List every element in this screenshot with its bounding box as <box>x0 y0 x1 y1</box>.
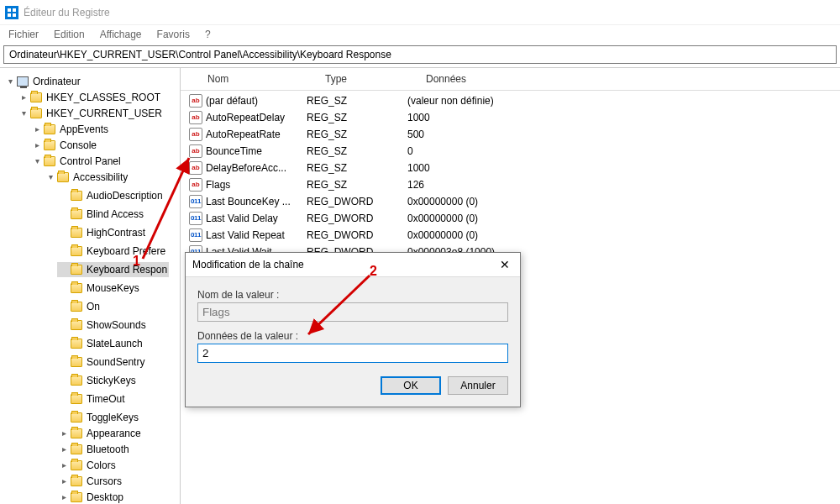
menu-favorites[interactable]: Favoris <box>157 29 190 40</box>
folder-icon <box>71 320 82 330</box>
tree-label: Appearance <box>87 426 141 441</box>
list-row[interactable]: AutoRepeatRateREG_SZ500 <box>181 126 840 143</box>
tree-item[interactable]: HighContrast <box>57 225 147 240</box>
menu-view[interactable]: Affichage <box>100 29 142 40</box>
folder-icon <box>30 92 42 102</box>
list-row[interactable]: DelayBeforeAcc...REG_SZ1000 <box>181 160 840 176</box>
value-type: REG_DWORD <box>307 228 407 243</box>
chevron-right-icon[interactable]: ▸ <box>32 122 42 137</box>
col-name[interactable]: Nom <box>207 73 325 85</box>
tree-label: TimeOut <box>87 391 125 407</box>
tree-label: SlateLaunch <box>87 336 143 351</box>
tree-item[interactable]: ShowSounds <box>57 318 148 333</box>
col-data[interactable]: Données <box>426 73 833 85</box>
menu-edit[interactable]: Edition <box>54 29 85 40</box>
chevron-down-icon[interactable]: ▾ <box>32 154 42 169</box>
tree-hkcu[interactable]: ▾ HKEY_CURRENT_USER <box>17 106 164 121</box>
tree-item[interactable]: MouseKeys <box>57 281 141 296</box>
chevron-right-icon[interactable]: ▸ <box>59 474 69 489</box>
folder-icon <box>57 172 69 182</box>
address-bar[interactable]: Ordinateur\HKEY_CURRENT_USER\Control Pan… <box>3 45 837 64</box>
annotation-number-2: 2 <box>370 264 377 279</box>
list-body: (par défaut)REG_SZ(valeur non définie)Au… <box>181 91 840 260</box>
list-row[interactable]: FlagsREG_SZ126 <box>181 176 840 193</box>
tree-item[interactable]: ▸Bluetooth <box>57 442 131 457</box>
string-value-icon <box>189 94 202 108</box>
col-type[interactable]: Type <box>325 73 426 85</box>
list-row[interactable]: Last Valid DelayREG_DWORD0x00000000 (0) <box>181 210 840 227</box>
value-data: 500 <box>407 127 833 142</box>
binary-value-icon <box>189 195 202 208</box>
menu-help[interactable]: ? <box>205 29 211 40</box>
folder-icon <box>71 492 82 502</box>
dialog-title-bar[interactable]: Modification de la chaîne ✕ <box>186 253 520 277</box>
tree-item-control-panel[interactable]: ▾Control Panel <box>30 154 123 169</box>
tree-item-console[interactable]: ▸Console <box>30 138 98 153</box>
tree-item[interactable]: Keyboard Prefere <box>57 244 167 259</box>
tree-item[interactable]: ▸Colors <box>57 458 118 473</box>
folder-icon <box>71 444 82 454</box>
value-data: 0x00000000 (0) <box>407 228 833 243</box>
tree-label: HKEY_CURRENT_USER <box>46 106 162 121</box>
chevron-down-icon[interactable]: ▾ <box>45 170 55 185</box>
list-header[interactable]: Nom Type Données <box>181 68 840 91</box>
tree-hkcr[interactable]: ▸ HKEY_CLASSES_ROOT <box>17 90 162 105</box>
regedit-icon <box>5 6 18 19</box>
tree-label: AudioDescription <box>87 188 163 203</box>
list-row[interactable]: Last BounceKey ...REG_DWORD0x00000000 (0… <box>181 193 840 210</box>
chevron-right-icon[interactable]: ▸ <box>32 138 42 153</box>
value-name: BounceTime <box>206 144 262 159</box>
tree-item-accessibility[interactable]: ▾Accessibility <box>44 170 129 185</box>
tree-item[interactable]: TimeOut <box>57 391 127 407</box>
chevron-right-icon[interactable]: ▸ <box>59 490 69 504</box>
folder-icon <box>71 246 82 256</box>
value-data: (valeur non définie) <box>407 93 833 108</box>
tree-pane[interactable]: ▾ Ordinateur ▸ HKEY_CLASSES_ROOT <box>0 68 181 504</box>
list-row[interactable]: BounceTimeREG_SZ0 <box>181 143 840 160</box>
tree-item[interactable]: ▸Desktop <box>57 490 125 504</box>
chevron-right-icon[interactable]: ▸ <box>59 458 69 473</box>
list-row[interactable]: (par défaut)REG_SZ(valeur non définie) <box>181 92 840 109</box>
value-data: 1000 <box>407 110 833 125</box>
tree-item[interactable]: ▸Cursors <box>57 474 123 489</box>
value-data-label: Données de la valeur : <box>197 330 508 342</box>
tree-item[interactable]: On <box>57 299 102 314</box>
tree-root[interactable]: ▾ Ordinateur <box>3 74 82 89</box>
tree-item[interactable]: Keyboard Respon <box>57 262 169 277</box>
value-data: 0x00000000 (0) <box>407 211 833 226</box>
string-value-icon <box>189 144 202 158</box>
value-type: REG_SZ <box>307 177 407 192</box>
tree-item[interactable]: AudioDescription <box>57 188 165 203</box>
tree-item-appevents[interactable]: ▸AppEvents <box>30 122 110 137</box>
menu-file[interactable]: Fichier <box>8 29 39 40</box>
tree-label: AppEvents <box>60 122 108 137</box>
list-row[interactable]: AutoRepeatDelayREG_SZ1000 <box>181 109 840 126</box>
tree-label: StickyKeys <box>87 373 136 388</box>
tree-item[interactable]: Blind Access <box>57 207 145 222</box>
tree-item[interactable]: SoundSentry <box>57 354 146 370</box>
tree-label: Keyboard Prefere <box>87 244 165 259</box>
chevron-right-icon[interactable]: ▸ <box>18 90 29 105</box>
chevron-right-icon[interactable]: ▸ <box>59 442 69 457</box>
tree-item[interactable]: StickyKeys <box>57 373 138 388</box>
tree-item[interactable]: ToggleKeys <box>57 410 140 425</box>
tree-label: ToggleKeys <box>87 410 139 425</box>
value-name-label: Nom de la valeur : <box>197 289 508 301</box>
chevron-down-icon[interactable]: ▾ <box>5 74 15 89</box>
value-data: 0x00000000 (0) <box>407 194 833 209</box>
cancel-button[interactable]: Annuler <box>448 376 508 395</box>
ok-button[interactable]: OK <box>381 376 441 395</box>
chevron-right-icon[interactable]: ▸ <box>59 426 69 441</box>
value-type: REG_SZ <box>307 144 407 159</box>
tree-item[interactable]: ▸Appearance <box>57 426 143 441</box>
edit-string-dialog: Modification de la chaîne ✕ Nom de la va… <box>185 252 521 407</box>
list-row[interactable]: Last Valid RepeatREG_DWORD0x00000000 (0) <box>181 227 840 244</box>
value-data-field[interactable] <box>197 344 508 363</box>
chevron-down-icon[interactable]: ▾ <box>18 106 29 121</box>
tree-item[interactable]: SlateLaunch <box>57 336 144 351</box>
tree-label: On <box>87 299 100 314</box>
tree-label: Accessibility <box>73 170 128 185</box>
close-icon[interactable]: ✕ <box>496 258 513 271</box>
folder-icon <box>71 228 82 238</box>
value-type: REG_SZ <box>307 93 407 108</box>
